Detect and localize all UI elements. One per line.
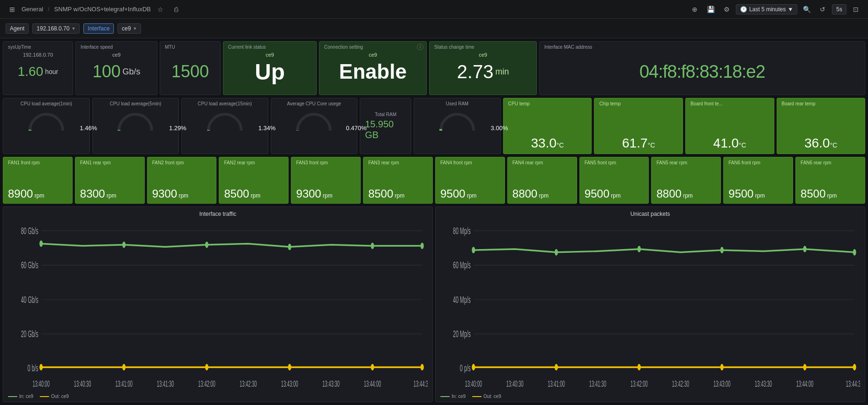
- svg-text:13:42:30: 13:42:30: [239, 379, 257, 388]
- traffic-in-label: In: ce9: [19, 394, 33, 399]
- intspeed-sub: ce9: [81, 52, 152, 58]
- svg-text:13:44:00: 13:44:00: [796, 379, 814, 388]
- breadcrumb-general: General: [22, 6, 43, 13]
- svg-text:13:41:00: 13:41:00: [115, 379, 133, 388]
- link-status-label: Current link status: [228, 44, 312, 50]
- boardfront-card: Board front te... 41.0°C: [685, 98, 774, 154]
- interface-value-dropdown[interactable]: ce9 ▼: [118, 23, 141, 34]
- charts-row: Interface traffic 80 Gb/s 60 Gb/s 40 Gb/…: [3, 206, 865, 402]
- menu-icon[interactable]: ⊞: [6, 3, 19, 16]
- fan-card-4: FAN3 front rpm 9300 rpm: [291, 157, 361, 204]
- intspeed-label: Interface speed: [81, 44, 152, 50]
- time-range-picker[interactable]: 🕐 Last 5 minutes ▼: [736, 4, 797, 15]
- svg-point-17: [122, 364, 126, 370]
- svg-text:60 Gb/s: 60 Gb/s: [21, 259, 38, 270]
- fan-label-6: FAN4 front rpm: [440, 160, 472, 165]
- cputemp-value: 33.0°C: [531, 136, 564, 151]
- refresh-icon[interactable]: ↺: [816, 3, 829, 16]
- svg-text:13:44:30: 13:44:30: [414, 379, 428, 388]
- svg-point-16: [39, 364, 43, 370]
- svg-point-43: [555, 249, 558, 256]
- svg-text:13:40:30: 13:40:30: [74, 379, 91, 388]
- cpucore-value: 0.470%: [335, 125, 377, 132]
- usedram-card: Used RAM 3.00%: [414, 98, 501, 154]
- unicast-legend: In: ce9 Out: ce9: [440, 392, 860, 399]
- main-content: sysUpTime 192.168.0.70 1.60 hour Interfa…: [0, 38, 868, 405]
- svg-point-12: [205, 242, 208, 248]
- cpucore-label: Average CPU Core usege: [287, 101, 341, 106]
- topbar-right: ⊕ 💾 ⚙ 🕐 Last 5 minutes ▼ 🔍 ↺ 5s ⊡: [688, 3, 862, 16]
- interface-label: Interface: [88, 25, 110, 32]
- gauges-row: CPU load average(1min) 1.46%: [3, 98, 865, 154]
- fan-label-5: FAN3 rear rpm: [368, 160, 399, 165]
- fan-value-7: 8800 rpm: [512, 187, 549, 200]
- svg-text:40 Gb/s: 40 Gb/s: [21, 294, 38, 305]
- cputemp-label: CPU temp: [508, 101, 530, 106]
- traffic-chart-svg: 80 Gb/s 60 Gb/s 40 Gb/s 20 Gb/s 0 b/s: [8, 220, 428, 392]
- status-change-sub: ce9: [434, 52, 532, 58]
- info-icon[interactable]: i: [417, 44, 423, 50]
- sysuptime-label: sysUpTime: [8, 44, 68, 50]
- traffic-chart-area: 80 Gb/s 60 Gb/s 40 Gb/s 20 Gb/s 0 b/s: [8, 220, 428, 392]
- traffic-in-dot: [8, 396, 17, 397]
- svg-point-46: [803, 246, 807, 252]
- add-panel-icon[interactable]: ⊕: [688, 3, 701, 16]
- fan-card-1: FAN1 rear rpm 8300 rpm: [75, 157, 145, 204]
- unicast-in-label: In: ce9: [452, 394, 466, 399]
- intspeed-value: 100: [92, 62, 120, 81]
- fan-card-10: FAN6 front rpm 9500 rpm: [723, 157, 793, 204]
- topbar-left: ⊞ General / SNMP w/OcNOS+telegraf+Influx…: [6, 3, 688, 16]
- mtu-card: MTU 1500: [160, 41, 221, 95]
- mtu-value: 1500: [165, 52, 215, 92]
- mac-label: Interface MAC address: [544, 44, 860, 50]
- boardfront-value: 41.0°C: [713, 136, 746, 151]
- agent-value-dropdown[interactable]: 192.168.0.70 ▼: [32, 23, 80, 34]
- fan-label-0: FAN1 front rpm: [8, 160, 40, 165]
- interface-tag[interactable]: Interface: [83, 23, 114, 34]
- kiosk-icon[interactable]: ⊡: [849, 3, 862, 16]
- sysuptime-card: sysUpTime 192.168.0.70 1.60 hour: [3, 41, 73, 95]
- fan-label-9: FAN5 rear rpm: [656, 160, 687, 165]
- refresh-rate[interactable]: 5s: [832, 4, 846, 15]
- svg-text:13:40:00: 13:40:00: [465, 379, 482, 388]
- cpucore-gauge: 0.470%: [293, 108, 335, 133]
- link-status-sub: ce9: [228, 52, 312, 58]
- status-change-card: Status change time ce9 2.73 min: [429, 41, 537, 95]
- unicast-legend-in: In: ce9: [440, 394, 466, 399]
- fan-card-8: FAN5 front rpm 9500 rpm: [579, 157, 649, 204]
- svg-text:60 Mp/s: 60 Mp/s: [453, 259, 471, 270]
- usedram-gauge: 3.00%: [436, 108, 478, 133]
- settings-icon[interactable]: ⚙: [720, 3, 733, 16]
- agent-tag[interactable]: Agent: [6, 23, 29, 34]
- connection-card: Connection setting ce9 Enable i: [319, 41, 427, 95]
- svg-point-15: [421, 243, 424, 249]
- connection-label: Connection setting: [324, 44, 422, 50]
- unicast-chart-area: 80 Mp/s 60 Mp/s 40 Mp/s 20 Mp/s 0 p/s: [440, 220, 860, 392]
- sysuptime-unit: hour: [45, 68, 58, 75]
- svg-point-10: [39, 241, 43, 247]
- svg-point-14: [371, 243, 374, 249]
- share-icon[interactable]: ⎙: [170, 3, 183, 16]
- zoom-out-icon[interactable]: 🔍: [800, 3, 813, 16]
- svg-point-20: [371, 364, 374, 370]
- boardrear-card: Board rear temp 36.0°C: [777, 98, 866, 154]
- connection-sub: ce9: [324, 52, 422, 58]
- svg-point-48: [472, 364, 475, 370]
- stats-row: sysUpTime 192.168.0.70 1.60 hour Interfa…: [3, 41, 865, 95]
- sysuptime-ip: 192.168.0.70: [8, 52, 68, 58]
- svg-text:13:42:30: 13:42:30: [672, 379, 689, 388]
- svg-text:20 Gb/s: 20 Gb/s: [21, 328, 38, 339]
- star-icon[interactable]: ☆: [154, 3, 167, 16]
- fan-label-1: FAN1 rear rpm: [80, 160, 111, 165]
- fan-value-1: 8300 rpm: [80, 187, 116, 200]
- unicast-out-label: Out: ce9: [483, 394, 501, 399]
- cpu5min-gauge: 1.29%: [114, 108, 156, 133]
- cpu5min-label: CPU load average(5min): [110, 101, 161, 106]
- traffic-legend: In: ce9 Out: ce9: [8, 392, 428, 399]
- save-icon[interactable]: 💾: [704, 3, 717, 16]
- boardfront-label: Board front te...: [690, 101, 723, 106]
- svg-point-51: [720, 364, 724, 370]
- traffic-legend-out: Out: ce9: [40, 394, 69, 399]
- agent-value-label: 192.168.0.70: [37, 25, 69, 32]
- cpu1min-value: 1.46%: [67, 125, 110, 132]
